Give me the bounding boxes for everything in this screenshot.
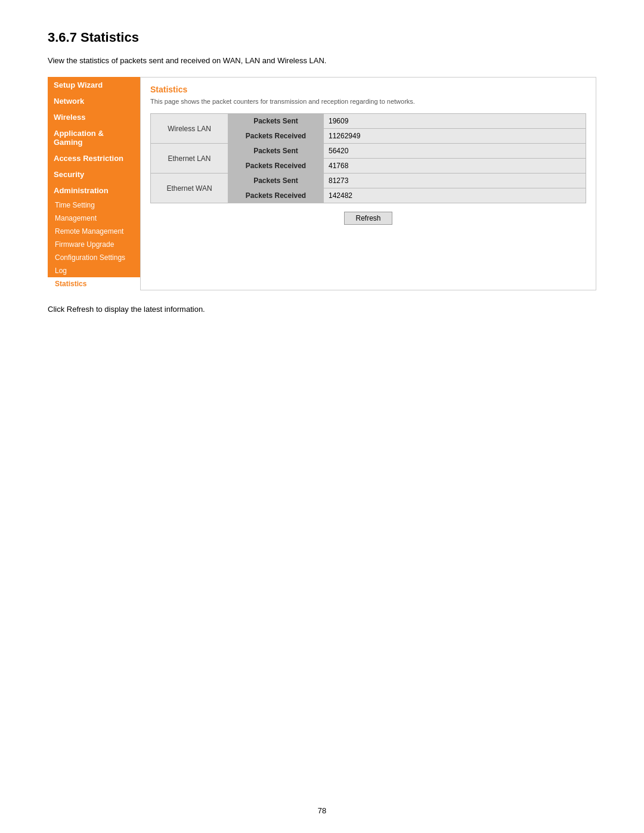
page-number: 78 bbox=[318, 806, 326, 815]
table-row: Ethernet WAN Packets Sent 81273 bbox=[151, 174, 586, 188]
refresh-button[interactable]: Refresh bbox=[344, 212, 392, 225]
sidebar: Setup Wizard Network Wireless Applicatio… bbox=[48, 77, 140, 290]
wireless-packets-sent-label: Packets Sent bbox=[228, 114, 324, 129]
sidebar-subitem-statistics[interactable]: Statistics bbox=[48, 277, 140, 290]
statistics-table: Wireless LAN Packets Sent 19609 Packets … bbox=[150, 113, 586, 203]
ethernet-wan-packets-sent-label: Packets Sent bbox=[228, 174, 324, 188]
panel-title: Statistics bbox=[150, 85, 586, 94]
sidebar-subitem-time-setting[interactable]: Time Setting bbox=[48, 199, 140, 212]
wireless-packets-sent-value: 19609 bbox=[324, 114, 586, 129]
ethernet-lan-packets-received-label: Packets Received bbox=[228, 159, 324, 174]
page-title: 3.6.7 Statistics bbox=[48, 30, 596, 45]
wireless-packets-received-label: Packets Received bbox=[228, 129, 324, 144]
ethernet-lan-packets-sent-label: Packets Sent bbox=[228, 144, 324, 159]
sidebar-item-access-restriction[interactable]: Access Restriction bbox=[48, 150, 140, 166]
ethernet-lan-packets-received-value: 41768 bbox=[324, 159, 586, 174]
ethernet-wan-packets-received-label: Packets Received bbox=[228, 188, 324, 203]
sidebar-subitem-configuration-settings[interactable]: Configuration Settings bbox=[48, 251, 140, 264]
panel-description: This page shows the packet counters for … bbox=[150, 98, 586, 105]
main-layout: Setup Wizard Network Wireless Applicatio… bbox=[48, 77, 596, 290]
click-instruction: Click Refresh to display the latest info… bbox=[48, 305, 596, 314]
sidebar-item-setup-wizard[interactable]: Setup Wizard bbox=[48, 77, 140, 93]
sidebar-item-wireless[interactable]: Wireless bbox=[48, 109, 140, 125]
table-row: Wireless LAN Packets Sent 19609 bbox=[151, 114, 586, 129]
sidebar-item-application-gaming[interactable]: Application & Gaming bbox=[48, 125, 140, 150]
wireless-packets-received-value: 11262949 bbox=[324, 129, 586, 144]
section-ethernet-lan: Ethernet LAN bbox=[151, 144, 228, 174]
sidebar-item-administration[interactable]: Administration bbox=[48, 182, 140, 199]
section-wireless-lan: Wireless LAN bbox=[151, 114, 228, 144]
ethernet-wan-packets-sent-value: 81273 bbox=[324, 174, 586, 188]
refresh-area: Refresh bbox=[150, 212, 586, 225]
main-panel: Statistics This page shows the packet co… bbox=[140, 77, 596, 290]
ethernet-lan-packets-sent-value: 56420 bbox=[324, 144, 586, 159]
page-description: View the statistics of packets sent and … bbox=[48, 56, 596, 65]
sidebar-subitem-firmware-upgrade[interactable]: Firmware Upgrade bbox=[48, 238, 140, 251]
sidebar-subitem-management[interactable]: Management bbox=[48, 212, 140, 225]
section-ethernet-wan: Ethernet WAN bbox=[151, 174, 228, 203]
sidebar-subitem-remote-management[interactable]: Remote Management bbox=[48, 225, 140, 238]
ethernet-wan-packets-received-value: 142482 bbox=[324, 188, 586, 203]
sidebar-item-security[interactable]: Security bbox=[48, 166, 140, 182]
sidebar-item-network[interactable]: Network bbox=[48, 93, 140, 109]
table-row: Ethernet LAN Packets Sent 56420 bbox=[151, 144, 586, 159]
sidebar-subitem-log[interactable]: Log bbox=[48, 264, 140, 277]
